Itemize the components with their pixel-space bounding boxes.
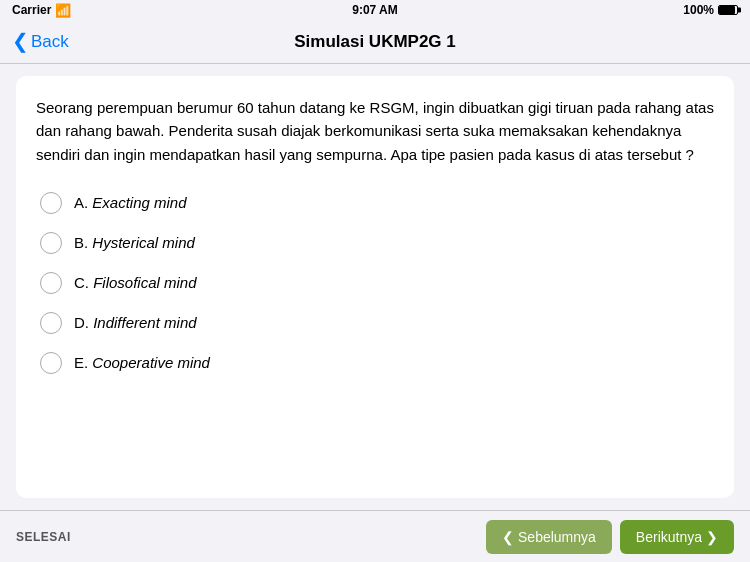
selesai-label: SELESAI bbox=[16, 530, 71, 544]
option-label: D. Indifferent mind bbox=[74, 314, 197, 331]
status-carrier: Carrier 📶 bbox=[12, 3, 71, 18]
main-content: Seorang perempuan berumur 60 tahun datan… bbox=[0, 64, 750, 510]
option-item[interactable]: B. Hysterical mind bbox=[36, 224, 714, 262]
back-button[interactable]: ❮ Back bbox=[12, 32, 69, 52]
status-time: 9:07 AM bbox=[352, 3, 398, 17]
wifi-icon: 📶 bbox=[55, 3, 71, 18]
carrier-text: Carrier bbox=[12, 3, 51, 17]
question-text: Seorang perempuan berumur 60 tahun datan… bbox=[36, 96, 714, 166]
option-item[interactable]: E. Cooperative mind bbox=[36, 344, 714, 382]
page-title: Simulasi UKMP2G 1 bbox=[294, 32, 456, 52]
option-label: A. Exacting mind bbox=[74, 194, 187, 211]
navigation-bar: ❮ Back Simulasi UKMP2G 1 bbox=[0, 20, 750, 64]
option-prefix: C. bbox=[74, 274, 93, 291]
battery-icon bbox=[718, 5, 738, 15]
options-list: A. Exacting mind B. Hysterical mind C. F… bbox=[36, 184, 714, 382]
prev-chevron-icon: ❮ bbox=[502, 529, 514, 545]
status-bar: Carrier 📶 9:07 AM 100% bbox=[0, 0, 750, 20]
question-card: Seorang perempuan berumur 60 tahun datan… bbox=[16, 76, 734, 498]
radio-button[interactable] bbox=[40, 352, 62, 374]
radio-button[interactable] bbox=[40, 232, 62, 254]
back-chevron-icon: ❮ bbox=[12, 31, 29, 51]
option-prefix: D. bbox=[74, 314, 93, 331]
option-item[interactable]: C. Filosofical mind bbox=[36, 264, 714, 302]
status-right: 100% bbox=[683, 3, 738, 17]
option-label: C. Filosofical mind bbox=[74, 274, 197, 291]
radio-button[interactable] bbox=[40, 312, 62, 334]
prev-button[interactable]: ❮ Sebelumnya bbox=[486, 520, 612, 554]
next-chevron-icon: ❯ bbox=[706, 529, 718, 545]
navigation-buttons: ❮ Sebelumnya Berikutnya ❯ bbox=[486, 520, 734, 554]
next-button[interactable]: Berikutnya ❯ bbox=[620, 520, 734, 554]
radio-button[interactable] bbox=[40, 192, 62, 214]
battery-label: 100% bbox=[683, 3, 714, 17]
option-label: E. Cooperative mind bbox=[74, 354, 210, 371]
option-item[interactable]: A. Exacting mind bbox=[36, 184, 714, 222]
next-label: Berikutnya bbox=[636, 529, 702, 545]
option-item[interactable]: D. Indifferent mind bbox=[36, 304, 714, 342]
back-label: Back bbox=[31, 32, 69, 52]
prev-label: Sebelumnya bbox=[518, 529, 596, 545]
option-label: B. Hysterical mind bbox=[74, 234, 195, 251]
radio-button[interactable] bbox=[40, 272, 62, 294]
option-prefix: A. bbox=[74, 194, 92, 211]
bottom-bar: SELESAI ❮ Sebelumnya Berikutnya ❯ bbox=[0, 510, 750, 562]
option-prefix: B. bbox=[74, 234, 92, 251]
option-prefix: E. bbox=[74, 354, 92, 371]
